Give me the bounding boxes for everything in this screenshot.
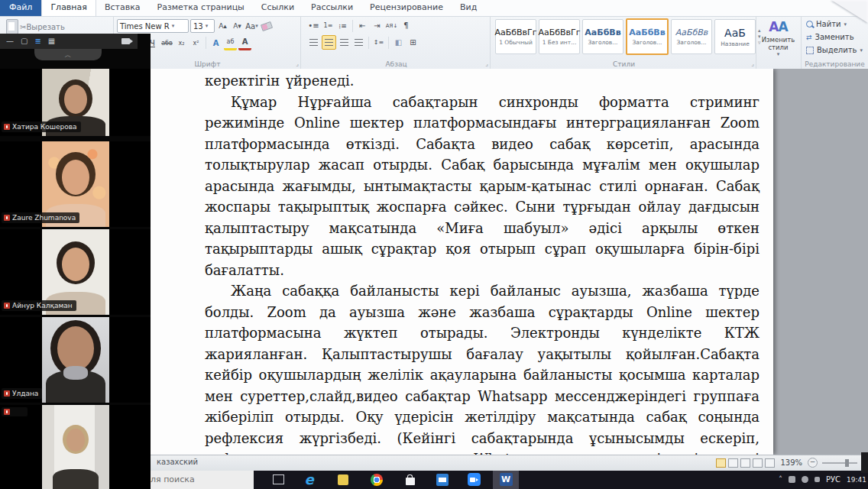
dialog-launcher-icon[interactable]: ⌟ <box>485 60 488 67</box>
font-size-select[interactable]: 13 ▾ <box>190 19 215 33</box>
tab-references[interactable]: Ссылки <box>253 0 303 16</box>
fullscreen-view-button[interactable] <box>728 458 738 468</box>
participant-tile[interactable]: Улдана <box>0 317 151 403</box>
tab-file[interactable]: Файл <box>0 0 41 16</box>
video-camera-icon[interactable] <box>121 38 130 44</box>
style-normal[interactable]: АаБбВвГг 1 Обычный <box>495 19 536 54</box>
chevron-down-icon: ▾ <box>255 23 258 29</box>
style-no-spacing[interactable]: АаБбВвГг 1 Без инт... <box>539 19 580 54</box>
tab-insert[interactable]: Вставка <box>96 0 149 16</box>
font-size-value: 13 <box>193 22 203 31</box>
chevron-up-icon: ︿ <box>65 53 72 57</box>
task-view-button[interactable] <box>272 473 285 486</box>
shrink-font-button[interactable] <box>231 20 244 33</box>
document-page[interactable]: керектігін үйренеді. Құмар Нұрғайша саба… <box>151 69 773 455</box>
participant-tile[interactable]: Zaure Zhumanova <box>0 141 151 227</box>
mail-button[interactable] <box>436 473 449 486</box>
minimize-icon[interactable]: — <box>6 37 14 45</box>
bullets-button[interactable] <box>307 19 320 32</box>
replace-button[interactable]: ⇄ Заменить <box>806 33 854 41</box>
print-layout-view-button[interactable] <box>716 458 726 468</box>
increase-indent-button[interactable] <box>371 19 384 32</box>
tab-mailings[interactable]: Рассылки <box>303 0 361 16</box>
zoom-slider[interactable] <box>822 462 857 464</box>
screen-glare-artifact <box>831 0 868 23</box>
participant-tile[interactable]: Хатира Кошерова <box>0 69 151 136</box>
document-text[interactable]: керектігін үйренеді. Құмар Нұрғайша саба… <box>205 70 760 455</box>
dialog-launcher-icon[interactable]: ⌟ <box>751 60 754 67</box>
ribbon-tab-row: Файл Главная Вставка Разметка страницы С… <box>0 0 868 17</box>
gallery-view-icon[interactable]: ≣ <box>34 37 40 45</box>
show-paragraph-marks-button[interactable] <box>400 19 413 32</box>
participant-name: Улдана <box>12 390 38 397</box>
zoom-app-button[interactable] <box>468 473 481 486</box>
multilevel-list-button[interactable] <box>336 19 349 32</box>
decrease-indent-button[interactable] <box>356 19 369 32</box>
align-center-button[interactable] <box>322 35 336 50</box>
chrome-button[interactable] <box>370 473 383 486</box>
font-name-select[interactable]: Times New R ▾ <box>117 19 189 33</box>
align-right-button[interactable] <box>338 36 351 49</box>
taskbar-search-input[interactable]: ля поиска <box>144 470 254 489</box>
tab-view[interactable]: Вид <box>452 0 485 16</box>
cut-button[interactable]: ✂ Вырезать <box>20 21 65 34</box>
line-spacing-button[interactable] <box>372 36 385 49</box>
store-button[interactable] <box>403 473 416 486</box>
zoom-level[interactable]: 139% <box>780 458 802 467</box>
borders-button[interactable] <box>406 36 419 49</box>
zoom-slider-thumb[interactable] <box>845 459 849 467</box>
style-heading1[interactable]: АаБбВв Заголов... <box>582 19 623 54</box>
search-placeholder: ля поиска <box>151 474 195 484</box>
style-preview: АаБ <box>724 27 746 39</box>
draft-view-button[interactable] <box>765 458 775 468</box>
speaker-view-icon[interactable]: ▢ <box>21 37 28 45</box>
grow-font-button[interactable] <box>216 20 229 33</box>
screen: Файл Главная Вставка Разметка страницы С… <box>0 0 868 489</box>
style-name: Заголов... <box>588 39 618 46</box>
change-styles-button[interactable]: АА Изменить стили ▾ <box>756 19 801 57</box>
tab-page-layout[interactable]: Разметка страницы <box>149 0 253 16</box>
system-tray: ˄ РУС 19:41 <box>779 470 868 489</box>
sort-button[interactable]: АЯ↓ <box>385 19 398 32</box>
tab-review[interactable]: Рецензирование <box>361 0 452 16</box>
clock[interactable]: 19:41 <box>847 476 866 484</box>
style-heading2-selected[interactable]: АаБбВв Заголов... <box>626 18 669 55</box>
document-area: керектігін үйренеді. Құмар Нұрғайша саба… <box>151 69 868 455</box>
participant-tile[interactable] <box>0 405 151 489</box>
editing-group-label: Редактирование <box>802 60 868 68</box>
align-left-button[interactable] <box>307 36 320 49</box>
web-layout-view-button[interactable] <box>740 458 750 468</box>
participant-tile[interactable]: Айнур Калқаман <box>0 229 151 315</box>
dialog-launcher-icon[interactable]: ⌟ <box>296 60 299 67</box>
superscript-button[interactable]: х² <box>189 37 202 50</box>
tray-expand-icon[interactable]: ˄ <box>779 475 782 484</box>
style-heading3[interactable]: АаБбВв Заголов... <box>671 19 712 54</box>
edge-button[interactable]: e <box>303 473 316 486</box>
justify-button[interactable] <box>352 36 365 49</box>
zoom-out-button[interactable]: − <box>808 458 818 468</box>
grid-view-icon[interactable]: ▦ <box>48 37 55 45</box>
tray-icon[interactable] <box>789 476 795 483</box>
shading-button[interactable] <box>392 36 405 49</box>
tab-home[interactable]: Главная <box>41 0 96 16</box>
strikethrough-button[interactable]: абв <box>160 37 173 50</box>
keyboard-language[interactable]: РУС <box>826 475 840 484</box>
subscript-button[interactable]: х₂ <box>175 37 188 50</box>
font-color-button[interactable]: А <box>238 35 251 50</box>
change-case-button[interactable]: Аа ▾ <box>245 20 258 33</box>
numbering-button[interactable] <box>322 19 335 32</box>
sticky-notes-button[interactable] <box>336 473 349 486</box>
highlight-color-button[interactable]: аб <box>224 35 237 50</box>
word-app-button-active[interactable]: W <box>493 470 519 489</box>
paste-icon[interactable] <box>6 19 18 34</box>
outline-view-button[interactable] <box>753 458 763 468</box>
collapse-panel-button[interactable]: ︿ <box>34 49 102 60</box>
tray-icon[interactable] <box>815 477 820 482</box>
text-effects-button[interactable]: А <box>209 37 222 50</box>
clear-formatting-button[interactable] <box>260 20 273 33</box>
select-button[interactable]: Выделить ▾ <box>806 46 863 54</box>
chrome-icon <box>371 474 383 486</box>
style-title[interactable]: АаБ Название <box>714 19 756 54</box>
language-indicator[interactable]: казахский <box>157 458 198 466</box>
tray-icon[interactable] <box>802 476 808 483</box>
